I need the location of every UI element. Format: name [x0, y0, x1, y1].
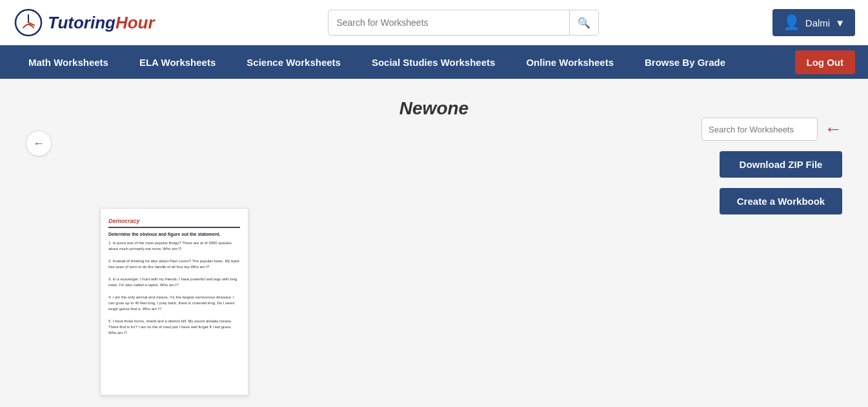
- navbar: Math Worksheets ELA Worksheets Science W…: [0, 45, 868, 79]
- logo-icon: [13, 7, 44, 38]
- logo-area: TutoringHour: [13, 7, 155, 38]
- back-button[interactable]: ←: [26, 130, 52, 156]
- right-panel: ← Download ZIP File Create a Workbook: [701, 118, 842, 214]
- worksheet-question-2: 2. Instead of thinking he also about Pau…: [108, 258, 240, 270]
- dropdown-icon: ▼: [835, 17, 845, 28]
- logo-tutoring: Tutoring: [48, 13, 116, 32]
- worksheet-question-3: 3. In a scavenger. I hunt with my friend…: [108, 277, 240, 288]
- user-menu-button[interactable]: 👤 Dalmi ▼: [772, 9, 855, 36]
- worksheet-thumbnail: Democracy Determine the obvious and figu…: [100, 208, 248, 395]
- header: TutoringHour 🔍 👤 Dalmi ▼: [0, 0, 868, 45]
- page-title: Newone: [26, 98, 842, 119]
- nav-item-ela[interactable]: ELA Worksheets: [124, 45, 231, 79]
- worksheet-search-input[interactable]: [701, 118, 818, 141]
- download-zip-button[interactable]: Download ZIP File: [720, 151, 842, 178]
- header-search-box: 🔍: [328, 10, 599, 36]
- main-content: Newone ← ← Download ZIP File Create a Wo…: [0, 79, 868, 407]
- logo-text: TutoringHour: [48, 13, 155, 33]
- nav-item-social[interactable]: Social Studies Worksheets: [356, 45, 510, 79]
- header-search-button[interactable]: 🔍: [569, 10, 598, 35]
- worksheet-question-1: 1. Is pizza one of the most popular thin…: [108, 240, 240, 252]
- worksheet-question-5: 5. I have three horns, shield and a dist…: [108, 318, 240, 336]
- nav-items: Math Worksheets ELA Worksheets Science W…: [13, 45, 795, 79]
- worksheet-subtitle: Determine the obvious and figure out the…: [108, 232, 240, 236]
- header-search-input[interactable]: [328, 17, 569, 28]
- user-avatar-icon: 👤: [783, 14, 800, 31]
- worksheet-question-4: 4. I am the only animal and means. I'm t…: [108, 295, 240, 312]
- user-name: Dalmi: [805, 17, 830, 28]
- header-search-area: 🔍: [168, 10, 760, 36]
- user-area: 👤 Dalmi ▼: [772, 9, 855, 36]
- nav-item-science[interactable]: Science Worksheets: [231, 45, 356, 79]
- worksheet-title: Democracy: [108, 218, 240, 228]
- logo-hour: Hour: [116, 13, 155, 32]
- nav-item-math[interactable]: Math Worksheets: [13, 45, 124, 79]
- logout-button[interactable]: Log Out: [795, 50, 855, 74]
- nav-item-online[interactable]: Online Worksheets: [510, 45, 629, 79]
- red-arrow-indicator: ←: [824, 119, 842, 140]
- create-workbook-button[interactable]: Create a Workbook: [720, 188, 842, 214]
- nav-item-grade[interactable]: Browse By Grade: [629, 45, 741, 79]
